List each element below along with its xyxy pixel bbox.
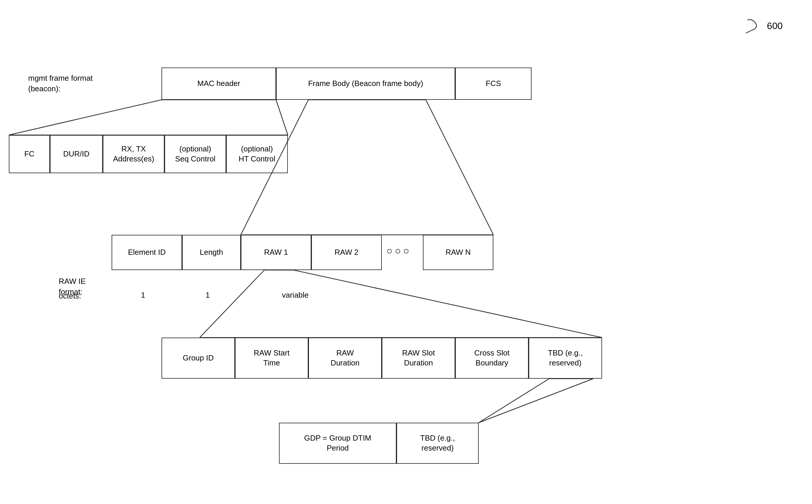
svg-line-11 — [479, 379, 593, 423]
dots-separator: ○○○ — [386, 245, 412, 257]
octet-1b: 1 — [205, 291, 210, 300]
octet-variable: variable — [282, 291, 309, 300]
svg-marker-1 — [9, 100, 288, 135]
svg-line-6 — [200, 270, 264, 338]
frame-body-box: Frame Body (Beacon frame body) — [276, 68, 455, 100]
raw2-box: RAW 2 — [311, 235, 382, 270]
fcs-box: FCS — [455, 68, 532, 100]
fc-box: FC — [9, 135, 50, 173]
cross-slot-boundary-box: Cross Slot Boundary — [455, 338, 529, 379]
svg-line-7 — [294, 270, 602, 338]
tbd2-box: TBD (e.g., reserved) — [396, 423, 479, 464]
octet-1a: 1 — [141, 291, 145, 300]
raw-duration-box: RAW Duration — [308, 338, 382, 379]
group-id-box: Group ID — [161, 338, 235, 379]
mac-header-box: MAC header — [161, 68, 276, 100]
ref-number: 600 — [767, 21, 783, 31]
raw1-box: RAW 1 — [241, 235, 311, 270]
svg-line-3 — [426, 100, 493, 235]
dur-id-box: DUR/ID — [50, 135, 103, 173]
raw-start-time-box: RAW Start Time — [235, 338, 308, 379]
mgmt-label: mgmt frame format (beacon): — [28, 73, 93, 94]
svg-line-0 — [746, 30, 752, 33]
ref-mark — [724, 17, 759, 37]
element-id-box: Element ID — [112, 235, 182, 270]
gdp-box: GDP = Group DTIM Period — [279, 423, 396, 464]
rawN-box: RAW N — [423, 235, 493, 270]
ht-control-box: (optional) HT Control — [226, 135, 288, 173]
length-box: Length — [182, 235, 241, 270]
svg-line-10 — [479, 379, 549, 423]
diagram: 600 mgmt frame format (beacon): MAC head… — [0, 0, 812, 504]
raw-slot-duration-box: RAW Slot Duration — [382, 338, 455, 379]
seq-control-box: (optional) Seq Control — [164, 135, 226, 173]
rx-tx-box: RX, TX Address(es) — [103, 135, 164, 173]
octets-label: octets: — [59, 291, 81, 301]
tbd1-box: TBD (e.g., reserved) — [529, 338, 602, 379]
